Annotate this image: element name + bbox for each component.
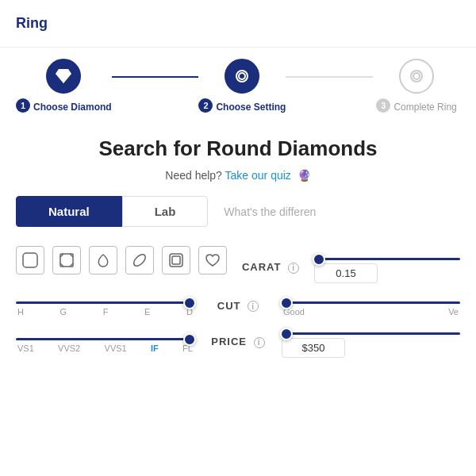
svg-rect-4 xyxy=(23,253,37,267)
cut-label-h: H xyxy=(17,307,24,317)
tab-natural[interactable]: Natural xyxy=(16,196,122,227)
cut-right-labels: Good Ve xyxy=(282,307,460,317)
carat-info-icon[interactable]: i xyxy=(288,263,299,274)
wizard-step-setting[interactable]: 2 Choose Setting xyxy=(198,59,286,113)
cut-label-e: E xyxy=(144,307,150,317)
cut-right-track xyxy=(282,301,460,304)
svg-point-1 xyxy=(239,73,245,79)
connector-2 xyxy=(286,76,373,78)
shape-cushion[interactable] xyxy=(16,246,44,274)
cut-right-thumb[interactable] xyxy=(280,297,293,309)
main-content: Search for Round Diamonds Need help? Tak… xyxy=(0,113,476,358)
connector-1 xyxy=(112,76,199,78)
step-setting-label-row: 2 Choose Setting xyxy=(198,98,286,113)
price-label-text: PRICE xyxy=(211,336,247,347)
step-complete-label: Complete Ring xyxy=(393,102,456,113)
shape-heart[interactable] xyxy=(198,246,227,274)
step-diamond-icon xyxy=(46,59,81,94)
price-slider-right xyxy=(282,326,460,358)
top-navigation: Ring xyxy=(0,0,476,48)
price-left-track xyxy=(16,338,194,340)
tab-diff-label: What's the differen xyxy=(224,205,316,218)
shape-asscher[interactable] xyxy=(162,246,190,274)
cut-right-label-ve: Ve xyxy=(448,307,459,317)
quiz-link[interactable]: Take our quiz xyxy=(225,169,291,182)
step-diamond-label-row: 1 Choose Diamond xyxy=(16,98,112,113)
price-left-thumb[interactable] xyxy=(183,333,196,346)
wizard-step-diamond[interactable]: 1 Choose Diamond xyxy=(16,59,112,113)
cut-filter-label: CUT i xyxy=(194,300,282,313)
svg-rect-12 xyxy=(172,256,180,264)
step-setting-icon xyxy=(225,59,259,94)
carat-filter-row: CARAT i xyxy=(16,246,460,289)
step-setting-label: Choose Setting xyxy=(216,102,286,113)
carat-value-input[interactable] xyxy=(314,263,378,283)
price-right-track xyxy=(282,332,460,335)
help-text-static: Need help? xyxy=(165,169,222,182)
step-complete-number: 3 xyxy=(376,98,390,113)
shape-row xyxy=(16,246,227,274)
price-right-thumb[interactable] xyxy=(280,328,293,340)
carat-label-text: CARAT xyxy=(242,261,282,273)
step-complete-label-row: 3 Complete Ring xyxy=(376,98,456,113)
shape-pear[interactable] xyxy=(89,246,117,274)
carat-slider-track xyxy=(314,258,460,260)
cut-slider-left: H G F E D xyxy=(16,295,194,317)
cut-left-thumb[interactable] xyxy=(183,297,196,309)
price-label-vs1: VS1 xyxy=(17,344,34,353)
cut-left-track xyxy=(16,301,194,304)
page-title: Search for Round Diamonds xyxy=(16,136,460,161)
cut-left-labels: H G F E D xyxy=(16,307,194,317)
step-diamond-label: Choose Diamond xyxy=(33,102,112,113)
tab-lab[interactable]: Lab xyxy=(122,196,209,227)
shape-marquise[interactable] xyxy=(125,246,154,274)
price-info-icon[interactable]: i xyxy=(254,337,265,348)
cut-label-text: CUT xyxy=(217,300,241,312)
carat-slider-thumb[interactable] xyxy=(313,253,325,266)
cut-filter-row: H G F E D CUT i Good Ve xyxy=(16,295,460,317)
quiz-icon: 🔮 xyxy=(298,169,311,182)
price-left-labels: VS1 VVS2 VVS1 IF FL xyxy=(16,344,194,353)
step-wizard: 1 Choose Diamond 2 Choose Setting xyxy=(0,48,476,113)
step-setting-number: 2 xyxy=(198,98,213,113)
price-value-input[interactable] xyxy=(282,338,345,358)
step-diamond-number: 1 xyxy=(16,98,30,113)
price-label-vvs1: VVS1 xyxy=(105,344,127,353)
step-complete-icon xyxy=(399,59,434,94)
price-label-vvs2: VVS2 xyxy=(58,344,80,353)
cut-label-g: G xyxy=(60,307,67,317)
price-filter-label: PRICE i xyxy=(194,336,282,348)
price-slider-left: VS1 VVS2 VVS1 IF FL xyxy=(16,332,194,353)
svg-point-10 xyxy=(132,252,148,268)
shape-selector xyxy=(16,246,227,289)
price-label-if: IF xyxy=(151,344,159,353)
price-filter-row: VS1 VVS2 VVS1 IF FL PRICE i xyxy=(16,326,460,358)
cut-info-icon[interactable]: i xyxy=(248,301,259,312)
wizard-step-complete[interactable]: 3 Complete Ring xyxy=(373,59,460,113)
nav-logo: Ring xyxy=(16,15,48,32)
cut-slider-right: Good Ve xyxy=(282,295,460,317)
svg-point-3 xyxy=(413,73,420,79)
help-text: Need help? Take our quiz 🔮 xyxy=(16,169,460,182)
tab-group: Natural Lab What's the differen xyxy=(16,196,460,227)
carat-slider-right xyxy=(314,251,460,283)
shape-radiant[interactable] xyxy=(52,246,81,274)
cut-label-f: F xyxy=(103,307,109,317)
carat-filter-label: CARAT i xyxy=(227,261,314,274)
